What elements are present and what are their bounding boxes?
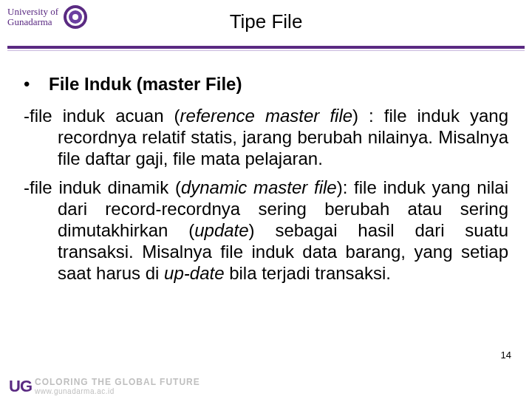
svg-point-3 — [72, 14, 78, 20]
slide-header: University of Gunadarma Tipe File — [0, 0, 532, 52]
footer-url: www.gunadarma.ac.id — [35, 387, 200, 395]
para2-prefix: -file induk dinamik ( — [24, 177, 181, 197]
footer-text-block: COLORING THE GLOBAL FUTURE www.gunadarma… — [35, 378, 200, 395]
slide-content: • File Induk (master File) -file induk a… — [24, 74, 508, 361]
footer-tagline: COLORING THE GLOBAL FUTURE — [35, 378, 200, 387]
logo-line1: University of — [7, 7, 58, 17]
para2-italic2: update — [194, 220, 248, 240]
logo-line2: Gunadarma — [7, 17, 58, 27]
para2-italic1: dynamic master file — [181, 177, 337, 197]
university-logo: University of Gunadarma — [7, 4, 88, 30]
footer-ug-mark: UG — [9, 377, 32, 396]
bullet-marker: • — [24, 74, 49, 95]
header-rule-light — [7, 50, 525, 51]
bullet-item: • File Induk (master File) — [24, 74, 508, 95]
header-rule-dark — [7, 46, 525, 49]
paragraph-dynamic-master: -file induk dinamik (dynamic master file… — [24, 177, 508, 284]
logo-text: University of Gunadarma — [7, 7, 58, 27]
para2-italic3: up-date — [164, 263, 224, 283]
para1-prefix: -file induk acuan ( — [24, 106, 180, 126]
paragraph-reference-master: -file induk acuan (reference master file… — [24, 105, 508, 169]
slide-number: 14 — [501, 349, 511, 361]
para1-italic: reference master file — [180, 106, 353, 126]
bullet-text: File Induk (master File) — [49, 74, 242, 95]
crest-icon — [63, 4, 88, 30]
footer-logo: UG COLORING THE GLOBAL FUTURE www.gunada… — [9, 377, 200, 396]
slide-footer: UG COLORING THE GLOBAL FUTURE www.gunada… — [0, 368, 532, 399]
para2-end: bila terjadi transaksi. — [225, 263, 391, 283]
bullet-label: File Induk (master File) — [49, 74, 242, 94]
